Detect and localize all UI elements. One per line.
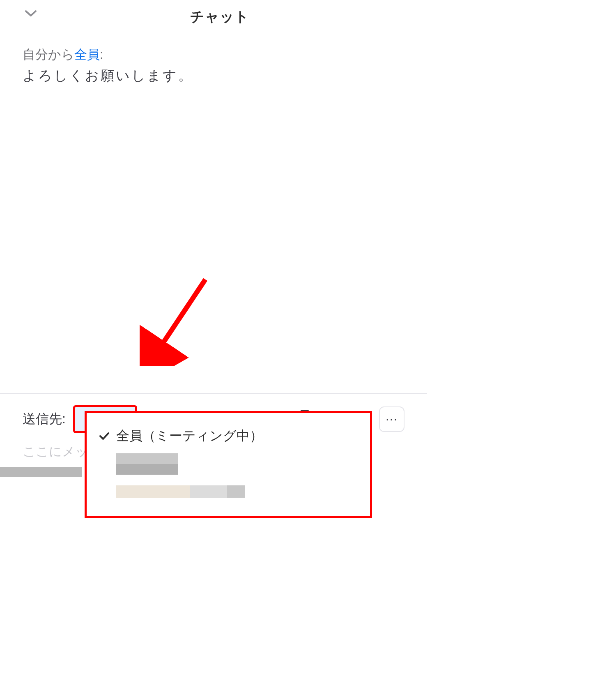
message-from-suffix: : bbox=[100, 47, 103, 62]
dropdown-item-participant-2[interactable] bbox=[95, 479, 362, 502]
bottom-divider bbox=[0, 467, 82, 477]
collapse-chevron-icon[interactable] bbox=[25, 9, 37, 19]
dropdown-item-label: 全員（ミーティング中） bbox=[116, 427, 263, 445]
message-from-prefix: 自分から bbox=[23, 47, 74, 62]
chat-title: チャット bbox=[25, 7, 415, 26]
message-recipient-link[interactable]: 全員 bbox=[74, 47, 100, 62]
chat-messages: 自分から全員: よろしくお願いします。 bbox=[0, 34, 427, 97]
chat-header: チャット bbox=[0, 0, 427, 34]
more-icon: ··· bbox=[386, 413, 398, 426]
message-sender-line: 自分から全員: bbox=[23, 46, 405, 63]
check-icon bbox=[98, 432, 110, 441]
message-body: よろしくお願いします。 bbox=[23, 67, 405, 85]
more-options-button[interactable]: ··· bbox=[379, 406, 405, 432]
recipient-dropdown-menu: 全員（ミーティング中） bbox=[85, 411, 372, 518]
chat-panel: チャット 自分から全員: よろしくお願いします。 送信先: 全員 ファイル bbox=[0, 0, 427, 477]
redacted-name bbox=[116, 485, 245, 498]
dropdown-item-participant-1[interactable] bbox=[95, 449, 362, 479]
send-to-label: 送信先: bbox=[23, 410, 66, 428]
redacted-name bbox=[116, 453, 178, 475]
dropdown-item-everyone[interactable]: 全員（ミーティング中） bbox=[95, 423, 362, 449]
